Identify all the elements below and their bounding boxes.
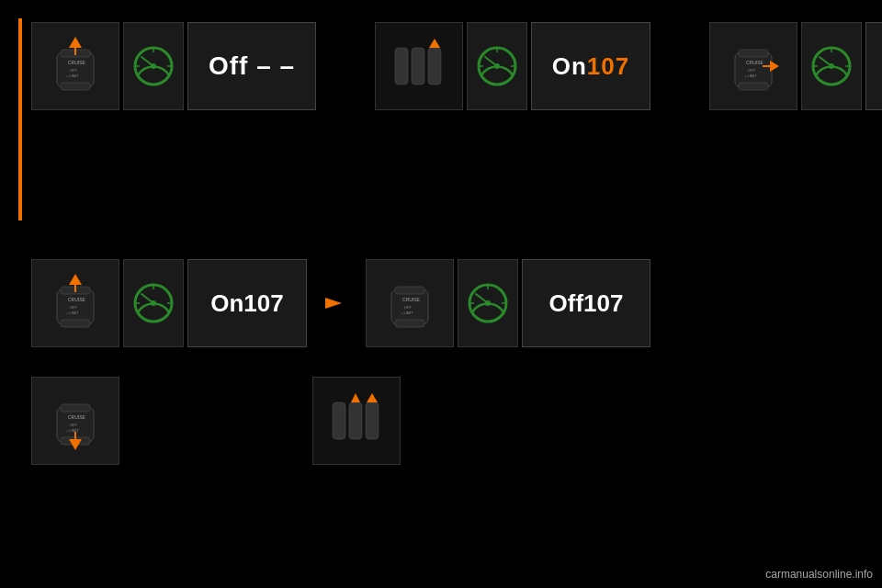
svg-rect-2 (61, 83, 90, 90)
row2-group1: CRUISE OFF + LIMIT (31, 259, 307, 347)
row1-group1: CRUISE OFF + LIMIT (31, 22, 316, 110)
svg-rect-14 (412, 48, 424, 85)
gauge-icon-1 (123, 22, 184, 110)
arrow-separator-2 (655, 22, 701, 110)
svg-text:+ LIMIT: + LIMIT (401, 311, 413, 315)
fingers-svg-row3 (320, 384, 393, 458)
svg-rect-70 (366, 402, 379, 439)
svg-rect-61 (61, 404, 90, 412)
gauge-icon-row2-2 (458, 259, 518, 347)
svg-text:OFF: OFF (748, 68, 756, 73)
off-display-text: Off – – (209, 51, 295, 81)
left-border-accent (18, 18, 22, 220)
on-107-normal-display: On 107 (865, 22, 882, 110)
svg-text:OFF: OFF (70, 68, 78, 73)
row1-group3: CRUISE OFF + LIMIT (709, 22, 882, 110)
off-107-display: Off 107 (522, 259, 650, 347)
svg-text:OFF: OFF (70, 305, 78, 310)
stalk-image-row2-2: CRUISE OFF + LIMIT (366, 259, 454, 347)
on-number-row2: 107 (243, 289, 283, 318)
stalk-image-row3-1: CRUISE OFF + LIMIT (31, 377, 119, 465)
gauge-svg-row2-2 (465, 280, 511, 326)
svg-text:CRUISE: CRUISE (68, 297, 86, 302)
stalk-svg-row3-1: CRUISE OFF + LIMIT (39, 384, 112, 458)
on-prefix-1: On (552, 52, 587, 81)
stalk-svg-1: CRUISE OFF + LIMIT (39, 29, 112, 103)
svg-text:+ LIMIT: + LIMIT (744, 74, 757, 78)
watermark: carmanualsonline.info (765, 568, 873, 581)
gauge-svg-row2-1 (130, 280, 176, 326)
fingers-svg-1 (382, 29, 456, 103)
gauge-svg-2 (474, 43, 520, 89)
gauge-svg-1 (130, 43, 176, 89)
svg-rect-15 (428, 48, 441, 85)
watermark-text: carmanualsonline.info (765, 568, 873, 581)
off-number-row2: 107 (583, 289, 623, 318)
fingers-image-row3 (312, 377, 401, 465)
stalk-svg-3: CRUISE OFF + LIMIT (717, 29, 790, 103)
svg-marker-71 (351, 393, 360, 402)
stalk-svg-row2-2: CRUISE OFF + LIMIT (373, 266, 447, 340)
on-prefix-row2: On (210, 289, 243, 318)
row1-group2: On 107 (375, 22, 650, 110)
svg-marker-41 (69, 274, 82, 285)
svg-rect-69 (349, 402, 362, 439)
svg-rect-13 (395, 48, 408, 85)
stalk-svg-row2-1: CRUISE OFF + LIMIT (39, 266, 112, 340)
svg-text:CRUISE: CRUISE (68, 60, 86, 65)
svg-text:CRUISE: CRUISE (746, 60, 764, 65)
svg-text:+ LIMIT: + LIMIT (66, 428, 79, 433)
gauge-icon-2 (467, 22, 527, 110)
svg-text:CRUISE: CRUISE (68, 414, 86, 420)
gauge-svg-3 (808, 43, 854, 89)
gauge-icon-row2-1 (123, 259, 184, 347)
fingers-image-1 (375, 22, 463, 110)
svg-marker-6 (69, 37, 82, 48)
svg-marker-28 (770, 61, 779, 72)
gauge-icon-3 (801, 22, 862, 110)
svg-text:OFF: OFF (70, 423, 78, 427)
svg-rect-37 (61, 320, 90, 327)
svg-rect-24 (739, 83, 768, 90)
svg-rect-23 (739, 50, 768, 57)
row1: CRUISE OFF + LIMIT (31, 22, 882, 110)
page-content: CRUISE OFF + LIMIT (0, 0, 882, 588)
on-number-1-highlighted: 107 (587, 52, 629, 81)
svg-rect-50 (395, 287, 424, 294)
svg-marker-48 (325, 298, 342, 309)
arrow-separator-1 (321, 22, 367, 110)
svg-rect-68 (333, 402, 345, 439)
svg-marker-16 (429, 39, 440, 48)
off-display-1: Off – – (187, 22, 316, 110)
on-107-highlighted-display: On 107 (531, 22, 650, 110)
on-107-row2-display: On 107 (187, 259, 307, 347)
svg-text:+ LIMIT: + LIMIT (66, 311, 79, 315)
row3: CRUISE OFF + LIMIT (31, 377, 401, 465)
svg-text:+ LIMIT: + LIMIT (66, 74, 79, 78)
row2: CRUISE OFF + LIMIT (31, 259, 650, 347)
row2-group2: CRUISE OFF + LIMIT Off 107 (366, 259, 650, 347)
svg-marker-72 (367, 393, 378, 402)
stalk-image-1: CRUISE OFF + LIMIT (31, 22, 119, 110)
arrow-separator-row2 (311, 287, 357, 320)
right-arrow-icon-row2 (318, 287, 351, 320)
svg-text:CRUISE: CRUISE (402, 297, 421, 302)
off-prefix-row2: Off (549, 289, 584, 318)
svg-rect-51 (395, 320, 424, 327)
stalk-image-3: CRUISE OFF + LIMIT (709, 22, 797, 110)
svg-text:OFF: OFF (404, 305, 413, 310)
stalk-image-row2-1: CRUISE OFF + LIMIT (31, 259, 119, 347)
